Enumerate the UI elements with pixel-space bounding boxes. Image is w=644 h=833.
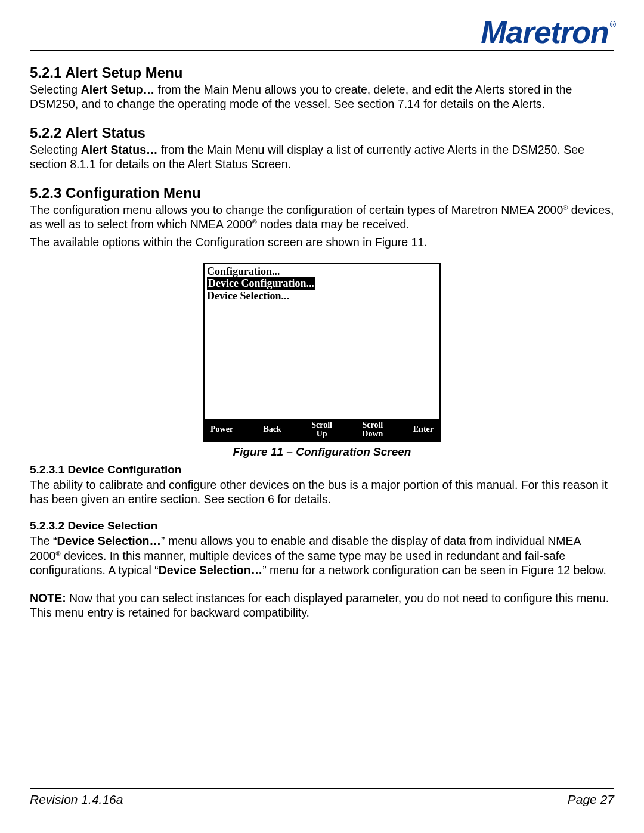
label: Down [362,430,383,439]
menu-item-device-configuration[interactable]: Device Configuration... [207,277,315,290]
heading-5-2-1: 5.2.1 Alert Setup Menu [30,64,614,81]
note-body: Now that you can select instances for ea… [30,592,609,619]
softkey-back[interactable]: Back [263,425,281,434]
para-5-2-3-2: The “Device Selection…” menu allows you … [30,534,614,577]
logo-text: Maretron [481,15,608,49]
label: Up [311,430,332,439]
footer-revision: Revision 1.4.16a [30,792,123,807]
softkey-scroll-down[interactable]: Scroll Down [362,421,383,438]
screen-softkeys: Power Back Scroll Up Scroll Down Enter [205,419,439,441]
softkey-scroll-up[interactable]: Scroll Up [311,421,332,438]
configuration-screen: Configuration... Device Configuration...… [203,263,441,442]
menu-item-device-selection[interactable]: Device Selection... [207,290,437,302]
heading-5-2-3-2: 5.2.3.2 Device Selection [30,519,614,532]
para-note: NOTE: Now that you can select instances … [30,591,614,620]
note-label: NOTE: [30,592,66,605]
para-5-2-2: Selecting Alert Status… from the Main Me… [30,143,614,172]
text: Selecting [30,83,81,96]
reg-sup: ® [252,218,257,225]
para-5-2-3a: The configuration menu allows you to cha… [30,203,614,232]
page-header: Maretron® [30,17,614,51]
document-page: Maretron® 5.2.1 Alert Setup Menu Selecti… [0,0,644,833]
softkey-enter[interactable]: Enter [413,425,434,434]
figure-11: Configuration... Device Configuration...… [30,263,614,459]
page-footer: Revision 1.4.16a Page 27 [30,788,614,807]
screen-title: Configuration... [207,265,437,278]
screen-content: Configuration... Device Configuration...… [205,264,439,302]
bold-device-selection: Device Selection… [57,534,162,547]
text: Selecting [30,143,81,156]
registered-symbol: ® [610,20,615,29]
bold-alert-status: Alert Status… [81,143,158,156]
label: Scroll [311,421,332,430]
text: The “ [30,534,57,547]
text: The configuration menu allows you to cha… [30,203,563,216]
para-5-2-1: Selecting Alert Setup… from the Main Men… [30,82,614,112]
heading-5-2-3-1: 5.2.3.1 Device Configuration [30,463,614,476]
bold-alert-setup: Alert Setup… [81,83,155,96]
para-5-2-3b: The available options within the Configu… [30,235,614,249]
softkey-power[interactable]: Power [210,425,233,434]
text: nodes data may be received. [257,218,410,231]
footer-page: Page 27 [568,792,614,807]
heading-5-2-3: 5.2.3 Configuration Menu [30,185,614,202]
reg-sup: ® [55,549,60,556]
bold-device-selection-2: Device Selection… [159,563,263,577]
figure-caption: Figure 11 – Configuration Screen [30,445,614,459]
text: ” menu for a network configuration can b… [262,563,606,577]
heading-5-2-2: 5.2.2 Alert Status [30,125,614,141]
label: Scroll [362,421,383,430]
brand-logo: Maretron® [481,17,614,48]
para-5-2-3-1: The ability to calibrate and configure o… [30,478,614,507]
